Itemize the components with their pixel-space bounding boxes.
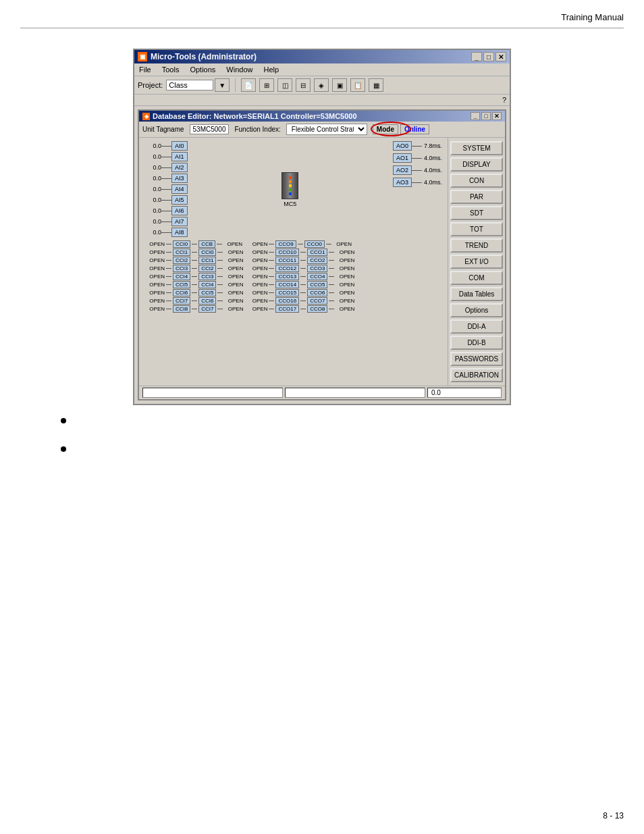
ai8-value: 0.0	[142, 229, 161, 236]
status-field-1	[142, 388, 283, 398]
cc8-open-r: OPEN	[224, 306, 243, 312]
cc-row-3: OPEN CCI3 CCI2 OPEN	[146, 265, 243, 272]
ccr2-open-r: OPEN	[336, 257, 354, 263]
cc-row-r1: OPEN CCO10 CCO1 OPEN	[248, 249, 354, 256]
function-index-dropdown[interactable]: Flexible Control Strategy	[286, 124, 367, 135]
project-label: Project:	[138, 81, 163, 89]
toolbar-btn-3[interactable]: ◫	[277, 78, 292, 92]
com-button[interactable]: COM	[450, 271, 503, 285]
cc-row-7: OPEN CCI7 CCI6 OPEN	[146, 297, 243, 305]
ao3-line	[412, 182, 422, 183]
title-bar-controls[interactable]: _ □ ✕	[471, 52, 506, 61]
passwords-button[interactable]: PASSWORDS	[450, 352, 503, 366]
cc1-ccio: CCI0	[198, 249, 216, 256]
toolbar-btn-2[interactable]: ⊞	[259, 78, 274, 92]
cc2-line-l	[166, 260, 171, 261]
ccr0-line-r	[326, 244, 331, 244]
ccr5-line-l	[269, 284, 274, 285]
toolbar-separator-1	[235, 78, 236, 92]
ao3-box: AO3	[393, 178, 412, 187]
cc4-line-l	[166, 276, 171, 277]
db-close-btn[interactable]: ✕	[492, 112, 502, 120]
db-controls[interactable]: _ □ ✕	[471, 112, 502, 120]
options-button[interactable]: Options	[450, 303, 503, 317]
cc-row-r3: OPEN CCO12 CCO3 OPEN	[248, 265, 354, 272]
cc3-open-r: OPEN	[224, 265, 243, 271]
cc2-open-l: OPEN	[146, 257, 165, 263]
trend-button[interactable]: TREND	[450, 238, 503, 253]
cc5-line-r	[217, 284, 223, 285]
ccr6-open-l: OPEN	[248, 290, 267, 296]
ai7-value: 0.0	[142, 218, 161, 225]
ccr1-cco: CCO1	[307, 249, 327, 256]
close-button[interactable]: ✕	[495, 52, 506, 61]
ai4-box: AI4	[171, 184, 188, 194]
ccr1-line-m	[300, 252, 306, 253]
tot-button[interactable]: TOT	[450, 222, 503, 236]
project-dropdown[interactable]	[166, 80, 213, 90]
cc3-open-l: OPEN	[146, 265, 165, 271]
unit-tagname-label: Unit Tagname	[142, 126, 184, 133]
menu-window[interactable]: Window	[224, 65, 254, 74]
ao-row-0: AO0 7.8ms.	[393, 141, 442, 151]
ddi-a-button[interactable]: DDI-A	[450, 319, 503, 334]
cc0-ccb: CCB	[198, 240, 215, 248]
cc5-line-l	[166, 284, 171, 285]
ai6-line	[161, 211, 171, 211]
project-dropdown-btn[interactable]: ▼	[215, 78, 230, 92]
menu-tools[interactable]: Tools	[160, 65, 182, 74]
ccr4-cci: CCO13	[275, 273, 299, 280]
mode-online-area: Mode Online	[373, 124, 429, 134]
maximize-button[interactable]: □	[483, 52, 494, 61]
cc4-line-m	[192, 276, 197, 277]
ai5-box: AI5	[171, 195, 188, 205]
ddi-b-button[interactable]: DDI-B	[450, 336, 503, 350]
calibration-button[interactable]: CALIBRATION	[450, 368, 503, 382]
menu-file[interactable]: File	[137, 65, 153, 74]
ccr3-open-l: OPEN	[248, 265, 267, 271]
bullet-dot-2	[61, 446, 66, 452]
ccr6-open-r: OPEN	[336, 290, 354, 296]
toolbar-btn-8[interactable]: ▦	[369, 78, 383, 92]
ccr8-cci: CCO17	[275, 305, 299, 313]
cc-section: OPEN CCI0 CCB OPEN OPEN	[142, 238, 442, 315]
db-maximize-btn[interactable]: □	[481, 112, 491, 120]
cc-row-2: OPEN CCI2 CCI1 OPEN	[146, 257, 243, 264]
data-tables-button[interactable]: Data Tables	[450, 287, 503, 301]
ao2-line	[412, 170, 422, 171]
con-button[interactable]: CON	[450, 174, 503, 188]
par-button[interactable]: PAR	[450, 190, 503, 204]
sdt-button[interactable]: SDT	[450, 206, 503, 220]
menu-help[interactable]: Help	[261, 65, 281, 74]
ao-row-3: AO3 4.0ms.	[393, 178, 442, 187]
menu-options[interactable]: Options	[188, 65, 217, 74]
minimize-button[interactable]: _	[471, 52, 482, 61]
db-minimize-btn[interactable]: _	[471, 112, 480, 120]
cc4-cci: CCI4	[173, 273, 190, 280]
toolbar-btn-1[interactable]: 📄	[241, 78, 256, 92]
io-panel: 0.0 AI0 0.0 AI1 0.0	[139, 138, 446, 386]
db-editor: ◈ Database Editor: Network=SERIAL1 Contr…	[138, 109, 506, 400]
ccr0-line-l	[269, 244, 274, 244]
app-icon: ▣	[138, 52, 147, 61]
toolbar-btn-5[interactable]: ◈	[314, 78, 329, 92]
mc5-led-1	[289, 176, 292, 179]
cc8-ccio: CCI7	[198, 305, 216, 313]
ccr2-cco: CCO2	[307, 257, 327, 264]
display-button[interactable]: DISPLAY	[450, 157, 503, 172]
bullet-item-2	[61, 444, 73, 452]
ext-io-button[interactable]: EXT I/O	[450, 255, 503, 269]
toolbar-btn-6[interactable]: ▣	[332, 78, 347, 92]
toolbar-btn-7[interactable]: 📋	[350, 78, 365, 92]
ccr7-open-r: OPEN	[336, 298, 354, 304]
cc7-open-l: OPEN	[146, 298, 165, 304]
ccr1-line-r	[329, 252, 334, 253]
cc8-line-l	[166, 309, 171, 309]
ccr7-open-l: OPEN	[248, 298, 267, 304]
toolbar-btn-4[interactable]: ⊟	[296, 78, 311, 92]
cc5-open-l: OPEN	[146, 282, 165, 288]
cc3-ccio: CCI2	[198, 265, 216, 272]
ai-row-6: 0.0 AI6	[142, 206, 188, 215]
db-editor-title: Database Editor: Network=SERIAL1 Control…	[153, 112, 357, 120]
system-button[interactable]: SYSTEM	[450, 141, 503, 155]
